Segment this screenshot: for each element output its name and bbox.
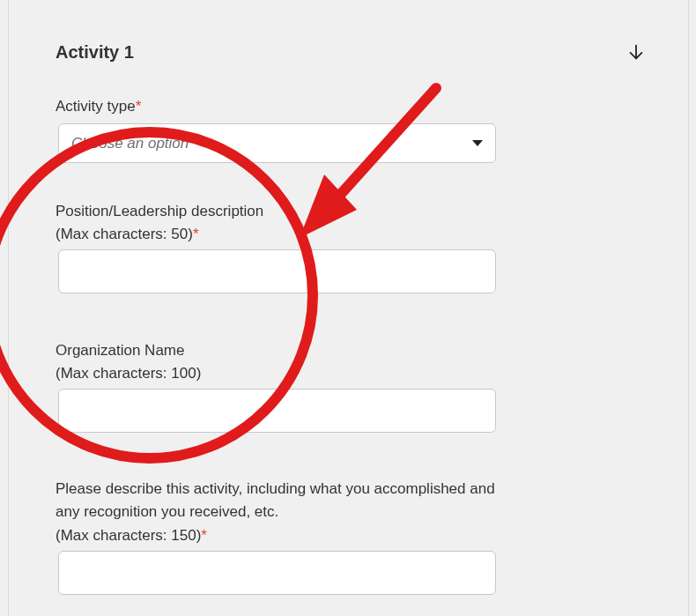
description-label: Please describe this activity, including… <box>56 478 514 547</box>
description-label-line1: Please describe this activity, including… <box>56 480 495 520</box>
activity-type-select[interactable]: Choose an option <box>58 123 496 163</box>
description-label-line2: (Max characters: 150) <box>56 527 201 544</box>
position-input[interactable] <box>58 249 496 293</box>
activity-type-label: Activity type* <box>56 95 141 118</box>
required-marker: * <box>136 98 142 115</box>
organization-label: Organization Name (Max characters: 100) <box>56 339 201 386</box>
activity-panel: Activity 1 Activity type* Choose an opti… <box>8 0 689 616</box>
organization-label-line2: (Max characters: 100) <box>56 365 201 382</box>
activity-type-placeholder: Choose an option <box>71 135 472 152</box>
description-input[interactable] <box>58 551 496 595</box>
organization-label-line1: Organization Name <box>56 342 184 359</box>
section-title: Activity 1 <box>56 42 134 63</box>
chevron-down-icon <box>472 140 483 146</box>
activity-type-label-text: Activity type <box>56 98 136 115</box>
arrow-down-icon[interactable] <box>626 42 646 62</box>
required-marker: * <box>201 527 207 544</box>
position-label-line1: Position/Leadership description <box>56 203 263 219</box>
position-label: Position/Leadership description (Max cha… <box>56 200 263 247</box>
position-label-line2: (Max characters: 50) <box>56 226 193 242</box>
organization-input[interactable] <box>58 389 496 433</box>
required-marker: * <box>193 226 199 242</box>
